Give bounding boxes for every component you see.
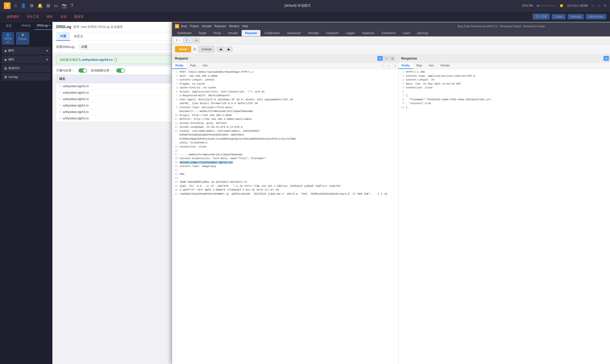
copy-domain-icon[interactable]: 📋	[114, 58, 117, 62]
burp-nav-learn[interactable]: Learn	[399, 30, 414, 36]
burp-cancel-btn[interactable]: Cancel	[198, 46, 215, 53]
burp-prev-btn[interactable]: ◀	[217, 46, 224, 52]
response-tab-render[interactable]: Render	[437, 63, 453, 69]
top-bar-right: CPU 9% 😊 127.0.0.1 45358 — □ ✕	[522, 4, 606, 7]
response-tab-raw[interactable]: Raw	[413, 63, 426, 69]
user-icon[interactable]: 👤	[21, 3, 26, 8]
burp-overlay: B Burp Project Intruder Repeater Window …	[171, 22, 610, 364]
burp-nav-sequencer[interactable]: Sequencer	[284, 30, 304, 36]
burp-nav-extensions[interactable]: Extensions	[378, 30, 399, 36]
row-expand-icon[interactable]: +	[59, 97, 61, 101]
nav-security-tools[interactable]: 安全工具	[24, 13, 42, 20]
active-domain-label: 当前激活域名为	[59, 58, 81, 62]
home-icon[interactable]: ⌂	[14, 3, 17, 8]
nav-database[interactable]: 数据库	[71, 13, 87, 20]
bell-icon[interactable]: 🔔	[38, 3, 43, 8]
burp-nav-intruder[interactable]: Intruder	[225, 30, 241, 36]
monitor-icon[interactable]: ▭	[54, 3, 58, 8]
burp-nav-proxy[interactable]: Proxy	[210, 30, 224, 36]
grid-icon[interactable]: ⊞	[46, 3, 50, 8]
burp-nav-organizer[interactable]: Organizer	[359, 30, 378, 36]
request-tab-hex[interactable]: Hex	[199, 63, 211, 69]
nav-plugins[interactable]: 插件	[44, 13, 56, 20]
mitm-label: MITM	[4, 37, 12, 40]
nav-reverse[interactable]: 反连	[58, 13, 70, 20]
row-expand-icon[interactable]: +	[59, 85, 61, 88]
encode-btn[interactable]: ◈ 编码 ▾	[2, 55, 50, 63]
request-tab-pretty[interactable]: Pretty	[172, 63, 187, 69]
fuzzer-btn[interactable]: ⚡ Fuzzer	[16, 32, 29, 45]
response-view-split[interactable]: ⊞	[603, 56, 609, 61]
import-resource-btn[interactable]: 导入资源	[532, 13, 550, 20]
response-line-10: 10}	[399, 105, 610, 110]
settings-icon[interactable]: ⚙	[30, 3, 34, 8]
burp-menu-project[interactable]: Project	[190, 25, 199, 28]
burp-send-btn[interactable]: Send	[175, 46, 191, 52]
row-expand-icon[interactable]: +	[59, 91, 61, 94]
request-line-4: 4Pragma: no-cache	[173, 82, 397, 86]
burp-menu-repeater[interactable]: Repeater	[214, 25, 226, 28]
tab-home[interactable]: 首页	[0, 22, 17, 30]
row-expand-icon[interactable]: +	[59, 110, 61, 114]
help-icon[interactable]: ?	[71, 3, 73, 8]
burp-nav-collaborator[interactable]: Collaborator	[261, 30, 283, 36]
sidebar-section-tools: 🌐 MITM WS ⚡ Fuzzer ◈ 解码 ▾ ◈ 编码 ▾ ⊞	[0, 30, 52, 84]
burp-menu-intruder[interactable]: Intruder	[202, 25, 212, 28]
codec-btn[interactable]: Codec	[552, 14, 566, 19]
tab-history[interactable]: History	[17, 22, 35, 30]
burp-settings-icon[interactable]: ⚙	[193, 47, 196, 52]
request-view-split[interactable]: ⊞	[377, 56, 383, 61]
response-tab-pretty[interactable]: Pretty	[398, 63, 413, 69]
burp-menu-window[interactable]: Window	[229, 25, 239, 28]
decode-btn[interactable]: ◈ 解码 ▾	[2, 47, 50, 54]
encode-label: 编码	[8, 57, 14, 62]
response-content[interactable]: 1HTTP/1.1 200 2Content-Type: application…	[398, 69, 610, 364]
auto-refresh-toggle[interactable]	[116, 68, 125, 73]
maximize-icon[interactable]: □	[598, 4, 600, 7]
data-compare-btn[interactable]: ⊞ 数据对比	[2, 64, 50, 72]
request-options-icon[interactable]: ⋮	[379, 63, 386, 69]
dnslog-tab-builtin[interactable]: 内置	[56, 32, 70, 41]
burp-tab-2-close[interactable]: ✕	[188, 39, 190, 42]
request-view-icon3[interactable]: ⊟	[389, 56, 395, 61]
request-line-1: 1POST /tmall/admin/uploadAdmirHeadImage …	[173, 70, 397, 74]
response-tab-hex[interactable]: Hex	[426, 63, 437, 69]
burp-tab-1-close[interactable]: ✕	[179, 39, 181, 42]
camera-icon[interactable]: 📷	[62, 3, 67, 8]
request-tab-raw[interactable]: Raw	[187, 63, 199, 69]
burp-nav-dashboard[interactable]: Dashboard	[174, 30, 195, 36]
yak-runner-btn[interactable]: Yak Runner	[586, 14, 606, 19]
dnslog-tab-custom[interactable]: 自定义	[70, 32, 87, 41]
burp-tab-1[interactable]: 1 ✕	[174, 38, 183, 43]
burp-nav-jsencrypt[interactable]: jsEncryp	[414, 30, 431, 36]
burp-menu-burp[interactable]: Burp	[181, 25, 187, 28]
row-expand-icon[interactable]: +	[59, 104, 61, 107]
ai-records-toggle[interactable]	[78, 68, 87, 73]
burp-next-btn[interactable]: ▶	[225, 46, 233, 52]
burp-nav-decoder[interactable]: Decoder	[305, 30, 322, 36]
request-line-9: 9Content-Type: multipart/form-data; boun…	[173, 105, 397, 113]
payload-btn[interactable]: Payload	[568, 14, 584, 19]
nav-pentesting[interactable]: 渗透测试	[4, 13, 22, 20]
request-wrap-icon[interactable]: ⤸	[392, 63, 398, 69]
row-expand-icon[interactable]: +	[59, 117, 61, 120]
request-expand-icon[interactable]: ↕	[386, 63, 392, 69]
burp-menu-help[interactable]: Help	[242, 25, 248, 28]
burp-toolbar: Send ⚙ Cancel ◀ ▶ Target: http://192.168…	[172, 44, 610, 54]
mitm-btn[interactable]: 🌐 MITM WS	[2, 32, 14, 45]
tab-dnslog[interactable]: DNSLog ×	[35, 22, 52, 30]
request-line-7: 7X-Requested-With: XMLHttpRequest	[173, 94, 397, 98]
request-view-single[interactable]: ≡	[383, 56, 389, 61]
burp-nav-repeater[interactable]: Repeater	[242, 30, 260, 36]
request-line-20: 21	[173, 169, 397, 172]
minimize-icon[interactable]: —	[592, 4, 595, 7]
burp-nav-comparer[interactable]: Comparer	[323, 30, 342, 36]
burp-nav-logger[interactable]: Logger	[343, 30, 358, 36]
request-line-19: 20Content-Type: image/png	[173, 164, 397, 169]
request-content[interactable]: 1POST /tmall/admin/uploadAdmirHeadImage …	[172, 69, 398, 364]
burp-nav-target[interactable]: Target	[195, 30, 210, 36]
burp-tab-2[interactable]: 2 ✕	[184, 38, 193, 43]
close-btn[interactable]: ✕	[604, 4, 606, 7]
fuzztag-btn[interactable]: ⊞ fuzztag	[2, 73, 50, 81]
burp-tab-add-btn[interactable]: +	[193, 37, 199, 43]
